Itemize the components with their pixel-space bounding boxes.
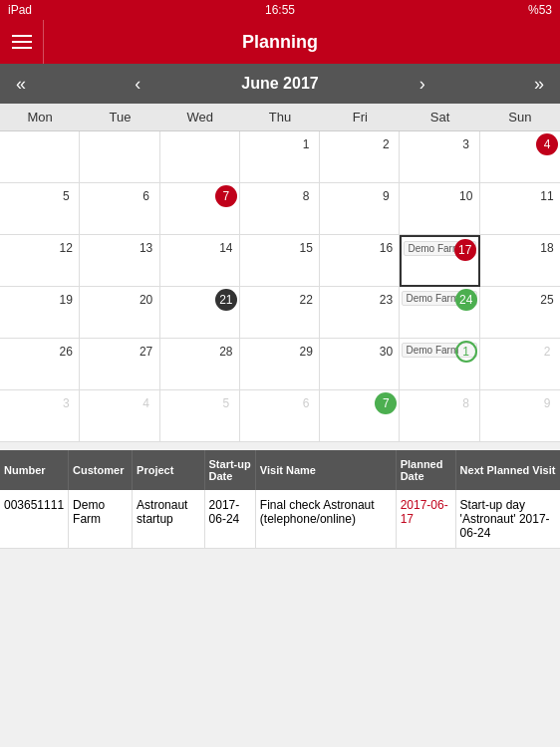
cal-cell[interactable]: 18	[480, 235, 560, 287]
day-number: 27	[136, 341, 157, 363]
day-number: 5	[55, 185, 77, 207]
day-number: 30	[375, 341, 397, 363]
cal-cell[interactable]: 28	[160, 339, 240, 390]
day-header-mon: Mon	[0, 104, 80, 130]
cal-cell[interactable]: 8	[400, 390, 479, 442]
cal-cell[interactable]: 7	[160, 183, 240, 235]
cell-visit-name: Final check Astronaut (telephone/online)	[255, 490, 396, 549]
cal-cell[interactable]: 29	[240, 339, 320, 390]
prev-button[interactable]: ‹	[127, 70, 148, 99]
table-header-row: Number Customer Project Start-up Date Vi…	[0, 450, 560, 490]
day-number: 2	[536, 341, 558, 363]
cal-cell[interactable]: 7	[320, 390, 400, 442]
cal-cell[interactable]: Demo Farm24	[400, 287, 479, 339]
day-number: 8	[455, 392, 477, 414]
col-header-planned-date: Planned Date	[396, 450, 455, 490]
day-number: 16	[375, 237, 397, 259]
day-number: 7	[375, 392, 397, 414]
cal-cell[interactable]: 25	[480, 287, 560, 339]
cal-cell[interactable]: 12	[0, 235, 80, 287]
day-number: 13	[136, 237, 157, 259]
menu-button[interactable]	[0, 20, 44, 64]
cal-cell[interactable]: 26	[0, 339, 80, 390]
day-number: 6	[295, 392, 317, 414]
cal-cell[interactable]	[80, 131, 159, 183]
next-next-button[interactable]: »	[526, 70, 552, 99]
cell-number: 003651111	[0, 490, 69, 549]
prev-prev-button[interactable]: «	[8, 70, 34, 99]
day-number: 15	[295, 237, 317, 259]
table-row[interactable]: 003651111Demo FarmAstronaut startup2017-…	[0, 490, 560, 549]
cal-cell[interactable]: 23	[320, 287, 400, 339]
cal-cell[interactable]: Demo Farm17	[400, 235, 479, 287]
day-number: 9	[536, 392, 558, 414]
day-number: 10	[455, 185, 477, 207]
cal-cell[interactable]: 22	[240, 287, 320, 339]
cal-cell[interactable]: Demo Farm1	[400, 339, 479, 390]
hamburger-icon	[12, 35, 32, 49]
day-number	[55, 133, 77, 155]
next-button[interactable]: ›	[412, 70, 433, 99]
cal-cell[interactable]: 4	[480, 131, 560, 183]
cell-planned-date: 2017-06-17	[396, 490, 455, 549]
cal-cell[interactable]: 8	[240, 183, 320, 235]
day-number: 4	[536, 133, 558, 155]
day-number: 11	[536, 185, 558, 207]
day-number: 20	[136, 289, 157, 311]
cal-cell[interactable]: 15	[240, 235, 320, 287]
day-number: 22	[295, 289, 317, 311]
day-number: 1	[295, 133, 317, 155]
cal-cell[interactable]: 6	[240, 390, 320, 442]
cal-cell[interactable]: 11	[480, 183, 560, 235]
day-number: 12	[55, 237, 77, 259]
cal-cell[interactable]: 9	[320, 183, 400, 235]
col-header-project: Project	[133, 450, 204, 490]
battery-label: %53	[528, 3, 552, 17]
cell-next-planned: Start-up day 'Astronaut' 2017-06-24	[455, 490, 560, 549]
day-number: 24	[455, 289, 477, 311]
planning-table: Number Customer Project Start-up Date Vi…	[0, 450, 560, 549]
cal-cell[interactable]: 21	[160, 287, 240, 339]
cal-cell[interactable]: 19	[0, 287, 80, 339]
cal-cell[interactable]: 16	[320, 235, 400, 287]
cal-cell[interactable]: 6	[80, 183, 159, 235]
day-number: 28	[215, 341, 237, 363]
cal-cell[interactable]: 27	[80, 339, 159, 390]
cal-cell[interactable]: 4	[80, 390, 159, 442]
day-number: 4	[136, 392, 157, 414]
day-number: 1	[455, 341, 477, 363]
page-title: Planning	[242, 32, 318, 53]
day-number: 17	[454, 239, 476, 261]
day-number: 21	[215, 289, 237, 311]
cal-cell[interactable]: 3	[400, 131, 479, 183]
calendar-grid: 12345678910111213141516Demo Farm17181920…	[0, 131, 560, 442]
day-number: 6	[136, 185, 157, 207]
cal-cell[interactable]: 14	[160, 235, 240, 287]
calendar-navigation: « ‹ June 2017 › »	[0, 64, 560, 104]
cal-cell[interactable]: 9	[480, 390, 560, 442]
day-header-fri: Fri	[320, 104, 400, 130]
day-number: 14	[215, 237, 237, 259]
cal-cell[interactable]: 30	[320, 339, 400, 390]
cell-startup-date: 2017-06-24	[204, 490, 255, 549]
cal-cell[interactable]: 1	[240, 131, 320, 183]
cal-cell[interactable]	[160, 131, 240, 183]
cal-cell[interactable]	[0, 131, 80, 183]
cal-cell[interactable]: 2	[320, 131, 400, 183]
cal-cell[interactable]: 5	[0, 183, 80, 235]
day-number: 5	[215, 392, 237, 414]
day-headers-row: Mon Tue Wed Thu Fri Sat Sun	[0, 104, 560, 131]
day-number: 23	[375, 289, 397, 311]
cal-cell[interactable]: 10	[400, 183, 479, 235]
cal-cell[interactable]: 13	[80, 235, 159, 287]
day-number: 7	[215, 185, 237, 207]
cal-cell[interactable]: 5	[160, 390, 240, 442]
day-header-tue: Tue	[80, 104, 159, 130]
cal-cell[interactable]: 3	[0, 390, 80, 442]
cell-project: Astronaut startup	[133, 490, 204, 549]
time-label: 16:55	[265, 3, 295, 17]
day-number: 25	[536, 289, 558, 311]
cal-cell[interactable]: 2	[480, 339, 560, 390]
cal-cell[interactable]: 20	[80, 287, 159, 339]
col-header-startup-date: Start-up Date	[204, 450, 255, 490]
